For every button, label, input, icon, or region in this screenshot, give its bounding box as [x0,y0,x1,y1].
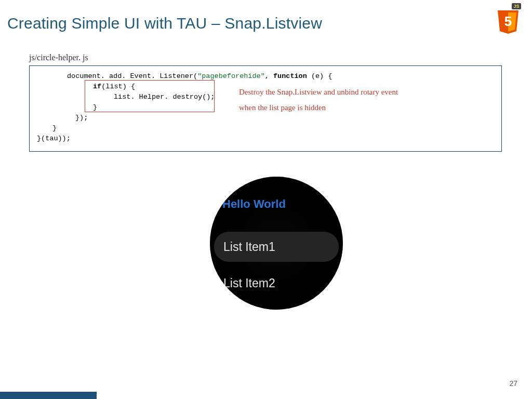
page-title: Creating Simple UI with TAU – Snap.Listv… [7,15,322,32]
html5-five: 5 [504,14,512,29]
list-item-2-label: List Item2 [223,276,275,290]
file-path-label: js/circle-helper. js [29,53,88,62]
html5-js-logo: JS 5 [495,3,522,34]
js-badge-text: JS [513,4,519,9]
watch-face: Hello World List Item1 List Item2 [210,177,343,310]
code-line-destroy: list. Helper. destroy(); [114,93,215,101]
list-item-2[interactable]: List Item2 [214,268,339,298]
annotation-line-2: when the list page is hidden [239,101,398,114]
list-item-1[interactable]: List Item1 [214,232,339,262]
code-line-1-pre: document. add. Event. Listener( [67,72,197,80]
watch-header: Hello World [222,197,286,211]
annotation-text: Destroy the Snap.Listview and unbind rot… [239,85,398,114]
list-item-1-label: List Item1 [223,240,275,254]
footer-accent-bar [0,392,97,399]
page-number: 27 [509,379,517,388]
code-keyword-function: function [273,72,307,80]
annotation-line-1: Destroy the Snap.Listview and unbind rot… [239,85,398,99]
code-string-pagebeforehide: "pagebeforehide" [197,72,265,80]
code-keyword-if: if [93,83,101,90]
